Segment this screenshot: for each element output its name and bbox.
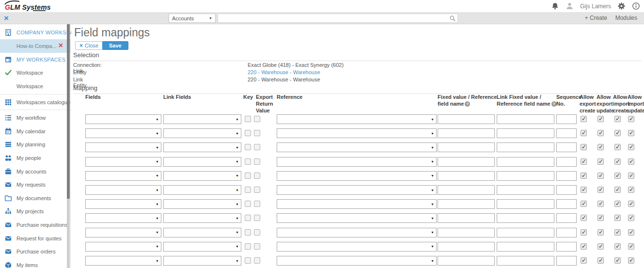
reference-select[interactable]: ▼ — [277, 213, 437, 223]
link-fixed-value-input[interactable] — [497, 114, 554, 124]
fixed-value-input[interactable] — [438, 185, 495, 195]
allow-export-update-checkbox[interactable] — [597, 243, 604, 250]
link-fixed-value-input[interactable] — [497, 228, 554, 237]
sequence-no-input[interactable] — [556, 228, 577, 237]
link-fields-select[interactable]: ▼ — [163, 171, 241, 181]
sidebar-item-purchase-orders[interactable]: Purchase orders — [0, 245, 70, 258]
allow-export-update-checkbox[interactable] — [597, 187, 604, 193]
reference-select[interactable]: ▼ — [277, 242, 437, 252]
fields-select[interactable]: ▼ — [85, 114, 161, 124]
export-return-value-checkbox[interactable] — [254, 243, 260, 250]
sidebar-section-my-workspaces[interactable]: MY WORKSPACES — [0, 53, 70, 66]
link-fixed-value-input[interactable] — [497, 199, 554, 209]
sidebar-item-my-requests[interactable]: My requests — [0, 178, 70, 191]
selection-value-link[interactable]: 220 - Warehouse - Warehouse — [248, 69, 320, 75]
key-checkbox[interactable] — [245, 257, 251, 264]
allow-import-create-checkbox[interactable] — [614, 158, 621, 165]
link-fixed-value-input[interactable] — [497, 157, 554, 167]
allow-import-create-checkbox[interactable] — [614, 116, 621, 122]
export-return-value-checkbox[interactable] — [254, 173, 260, 179]
key-checkbox[interactable] — [245, 201, 251, 207]
allow-export-create-checkbox[interactable] — [581, 201, 587, 207]
fields-select[interactable]: ▼ — [85, 213, 161, 223]
fixed-value-input[interactable] — [438, 199, 495, 209]
allow-export-create-checkbox[interactable] — [581, 243, 587, 250]
allow-import-create-checkbox[interactable] — [614, 173, 621, 179]
close-icon[interactable]: × — [4, 13, 9, 24]
reference-select[interactable]: ▼ — [277, 171, 437, 181]
allow-import-update-checkbox[interactable] — [628, 257, 634, 264]
fields-select[interactable]: ▼ — [85, 256, 161, 266]
fields-select[interactable]: ▼ — [85, 228, 161, 237]
allow-import-create-checkbox[interactable] — [614, 257, 621, 264]
link-fixed-value-input[interactable] — [497, 213, 554, 223]
link-fixed-value-input[interactable] — [497, 185, 554, 195]
sequence-no-input[interactable] — [556, 157, 577, 167]
allow-import-update-checkbox[interactable] — [628, 229, 634, 236]
fixed-value-input[interactable] — [438, 142, 495, 152]
reference-select[interactable]: ▼ — [277, 114, 437, 124]
search-category-select[interactable]: Accounts ▼ — [169, 14, 216, 23]
export-return-value-checkbox[interactable] — [254, 215, 260, 221]
fixed-value-input[interactable] — [438, 171, 495, 181]
save-button[interactable]: Save — [102, 41, 128, 50]
key-checkbox[interactable] — [245, 229, 251, 236]
key-checkbox[interactable] — [245, 215, 251, 221]
reference-select[interactable]: ▼ — [277, 185, 437, 195]
allow-export-update-checkbox[interactable] — [597, 201, 604, 207]
allow-export-create-checkbox[interactable] — [581, 116, 587, 122]
link-fields-select[interactable]: ▼ — [163, 157, 241, 167]
fields-select[interactable]: ▼ — [85, 128, 161, 138]
export-return-value-checkbox[interactable] — [254, 144, 260, 150]
fixed-value-input[interactable] — [438, 228, 495, 237]
sidebar-section-company-workspaces[interactable]: COMPANY WORKSPACES — [0, 26, 70, 39]
link-fixed-value-input[interactable] — [497, 242, 554, 252]
sidebar-item-my-accounts[interactable]: My accounts — [0, 165, 70, 178]
reference-select[interactable]: ▼ — [277, 157, 437, 167]
key-checkbox[interactable] — [245, 144, 251, 150]
close-button[interactable]: × Close — [75, 41, 103, 50]
link-fields-select[interactable]: ▼ — [163, 256, 241, 266]
export-return-value-checkbox[interactable] — [254, 257, 260, 264]
allow-export-create-checkbox[interactable] — [581, 187, 587, 193]
sequence-no-input[interactable] — [556, 171, 577, 181]
link-fixed-value-input[interactable] — [497, 256, 554, 266]
allow-export-update-checkbox[interactable] — [597, 173, 604, 179]
sidebar-item-workspace[interactable]: Workspace — [0, 79, 70, 93]
link-fixed-value-input[interactable] — [497, 128, 554, 138]
sidebar-item-how-to-compa[interactable]: How-to Compa...× — [0, 39, 70, 53]
export-return-value-checkbox[interactable] — [254, 158, 260, 165]
allow-import-update-checkbox[interactable] — [628, 173, 634, 179]
key-checkbox[interactable] — [245, 130, 251, 136]
sidebar-item-workspace[interactable]: Workspace — [0, 66, 70, 80]
search-icon[interactable] — [449, 15, 456, 22]
sidebar-item-purchase-requisitions[interactable]: Purchase requisitions — [0, 218, 70, 232]
allow-import-update-checkbox[interactable] — [628, 116, 634, 122]
fixed-value-input[interactable] — [438, 128, 495, 138]
allow-import-create-checkbox[interactable] — [614, 229, 621, 236]
key-checkbox[interactable] — [245, 173, 251, 179]
fields-select[interactable]: ▼ — [85, 157, 161, 167]
sequence-no-input[interactable] — [556, 213, 577, 223]
allow-import-create-checkbox[interactable] — [614, 215, 621, 221]
fields-select[interactable]: ▼ — [85, 142, 161, 152]
company-logo[interactable]: GLM Systems — [5, 1, 51, 11]
sidebar-item-request-for-quotes[interactable]: Request for quotes — [0, 232, 70, 245]
sidebar-item-my-planning[interactable]: My planning — [0, 138, 70, 152]
allow-export-update-checkbox[interactable] — [597, 158, 604, 165]
user-icon[interactable] — [565, 2, 574, 10]
sequence-no-input[interactable] — [556, 242, 577, 252]
allow-import-update-checkbox[interactable] — [628, 187, 634, 193]
fields-select[interactable]: ▼ — [85, 171, 161, 181]
key-checkbox[interactable] — [245, 187, 251, 193]
allow-export-create-checkbox[interactable] — [581, 173, 587, 179]
sidebar-item-my-items[interactable]: My items — [0, 258, 70, 268]
link-fixed-value-input[interactable] — [497, 171, 554, 181]
sequence-no-input[interactable] — [556, 185, 577, 195]
allow-export-update-checkbox[interactable] — [597, 257, 604, 264]
reference-select[interactable]: ▼ — [277, 228, 437, 237]
allow-import-create-checkbox[interactable] — [614, 201, 621, 207]
sidebar-item-my-projects[interactable]: My projects — [0, 205, 70, 219]
search-input[interactable] — [220, 14, 447, 22]
fixed-value-input[interactable] — [438, 157, 495, 167]
